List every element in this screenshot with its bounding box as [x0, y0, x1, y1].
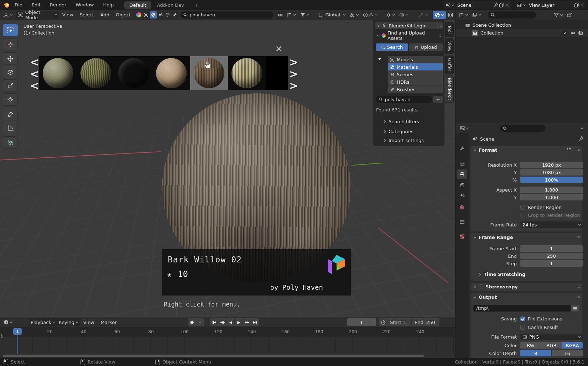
menu-add[interactable]: Add [97, 12, 113, 17]
snapping-button[interactable] [348, 11, 361, 19]
asset-type-models[interactable]: Models [388, 56, 443, 63]
properties-editor-type-button[interactable] [458, 124, 471, 132]
asset-type-dropdown-arrow[interactable] [378, 57, 382, 61]
playback-menu[interactable]: Playback [29, 318, 57, 326]
timeline-ruler[interactable]: 20 40 60 80 100 120 140 160 180 200 220 … [0, 327, 455, 337]
start-value[interactable]: 1 [404, 320, 411, 325]
output-path-field[interactable]: /tmp\ [473, 305, 571, 312]
show-gizmo-button[interactable] [384, 11, 397, 19]
section-categories[interactable]: Categories [383, 129, 413, 134]
new-view-layer-icon[interactable] [574, 2, 579, 8]
view-layer-name[interactable]: View Layer [526, 2, 574, 8]
asset-type-material-icon[interactable] [150, 11, 157, 19]
jump-to-end-button[interactable]: ▶▮ [251, 318, 259, 326]
play-reverse-button[interactable]: ◀ [227, 318, 235, 326]
frame-step-field[interactable]: 1 [520, 260, 583, 267]
aspect-y-field[interactable]: 1.000 [520, 194, 583, 200]
menu-select[interactable]: Select [77, 12, 97, 17]
section-search-filters[interactable]: Search filters [383, 119, 419, 124]
timeline-marker-menu[interactable]: Marker [98, 320, 120, 325]
outliner-row-scene-collection[interactable]: Scene Collection [456, 21, 588, 29]
render-preview-button[interactable] [446, 11, 455, 19]
menu-file[interactable]: File [10, 0, 27, 10]
next-keyframe-button[interactable]: ◆▶ [243, 318, 251, 326]
find-upload-assets-header[interactable]: Find and Upload Assets [375, 32, 443, 39]
asset-type-model-icon[interactable] [143, 11, 150, 19]
new-collection-button[interactable] [565, 11, 574, 19]
chevron-down-icon[interactable] [523, 4, 526, 7]
keying-set-dropdown[interactable] [196, 318, 204, 326]
new-scene-icon[interactable] [499, 2, 504, 8]
tool-annotate[interactable] [3, 108, 18, 120]
shading-material-preview-button[interactable] [433, 11, 446, 19]
menu-window[interactable]: Window [71, 0, 98, 10]
outliner-search-field[interactable] [488, 11, 536, 19]
tool-transform[interactable] [3, 93, 18, 106]
depth-8-option[interactable]: 8 [520, 350, 551, 356]
frame-rate-dropdown[interactable]: 24 fps [520, 221, 583, 228]
depth-16-option[interactable]: 16 [552, 350, 583, 356]
record-button[interactable]: ● [188, 318, 196, 326]
play-button[interactable]: ▶ [235, 318, 243, 326]
browse-folder-button[interactable] [571, 305, 579, 312]
asset-bar-close-icon[interactable] [275, 45, 283, 53]
asset-type-hdr-icon[interactable] [164, 11, 171, 19]
add-workspace-button[interactable]: + [190, 1, 204, 9]
scene-name[interactable]: Scene [454, 2, 493, 8]
menu-view[interactable]: View [59, 12, 77, 17]
presets-icon[interactable] [566, 147, 572, 153]
stereoscopy-checkbox[interactable] [479, 284, 483, 289]
timeline-editor-type-button[interactable] [1, 318, 15, 326]
tool-select-box[interactable] [3, 24, 18, 36]
header-search-input[interactable] [189, 12, 270, 17]
outliner-row-collection[interactable]: Collection [456, 29, 588, 37]
mode-dropdown[interactable]: Object Mode [16, 11, 59, 19]
view-layer-icon[interactable] [516, 2, 522, 8]
frame-end-field[interactable]: 250 [520, 253, 583, 259]
asset-thumbnail[interactable] [152, 56, 190, 90]
tab-collection[interactable] [457, 217, 467, 226]
blenderkit-logo-icon[interactable] [136, 12, 141, 18]
close-icon[interactable] [504, 2, 510, 8]
asset-thumbnail[interactable] [39, 56, 77, 90]
timeline-track-area[interactable] [0, 337, 455, 354]
sort-button[interactable] [285, 11, 298, 19]
frame-start-field[interactable]: 1 [520, 245, 583, 252]
resolution-x-field[interactable]: 1920 px [520, 162, 583, 168]
output-header[interactable]: Output [470, 293, 582, 301]
tab-render[interactable] [457, 159, 467, 168]
pin-icon[interactable] [493, 2, 499, 8]
tab-view-layer[interactable] [457, 181, 467, 190]
menu-help[interactable]: Help [99, 0, 119, 10]
workspace-tab-default[interactable]: Default [124, 1, 151, 9]
pin-icon[interactable] [578, 136, 584, 142]
outliner-display-mode-button[interactable] [457, 11, 470, 19]
current-frame-field[interactable]: 1 [347, 318, 376, 326]
previous-keyframe-button[interactable]: ◀◆ [218, 318, 227, 326]
workspace-tab-addon-dev[interactable]: Add-on Dev [152, 1, 189, 9]
color-rgb-option[interactable]: RGB [541, 342, 562, 349]
blenderkit-search-field[interactable] [376, 96, 432, 103]
color-rgba-option[interactable]: RGBA [562, 342, 583, 349]
close-icon[interactable] [579, 2, 585, 8]
render-region-checkbox[interactable] [520, 205, 525, 210]
keying-menu[interactable]: Keying [57, 318, 80, 326]
sidebar-tab-tool[interactable]: Tool [445, 22, 454, 37]
asset-bar-scroll-left[interactable]: <<< [30, 58, 39, 93]
tab-tool[interactable] [457, 144, 467, 153]
outliner-filter-button[interactable] [552, 11, 565, 19]
asset-bar-visibility-button[interactable] [276, 11, 285, 19]
asset-thumbnail-active[interactable] [190, 56, 228, 90]
asset-thumbnail[interactable] [115, 56, 152, 90]
file-format-dropdown[interactable]: PNG [520, 334, 583, 340]
properties-search-field[interactable] [500, 125, 545, 132]
blenderkit-login-header[interactable]: BlenderKit Login [375, 22, 443, 29]
tool-measure[interactable] [3, 122, 18, 134]
stereoscopy-header[interactable]: Stereoscopy [470, 283, 582, 291]
cache-result-checkbox[interactable] [520, 325, 525, 330]
color-bw-option[interactable]: BW [520, 342, 541, 349]
asset-thumbnail[interactable] [77, 56, 115, 90]
sidebar-tab-blenderkit[interactable]: BlenderKit [445, 75, 454, 103]
asset-thumbnail[interactable] [228, 56, 266, 90]
format-panel-header[interactable]: Format [470, 146, 582, 154]
